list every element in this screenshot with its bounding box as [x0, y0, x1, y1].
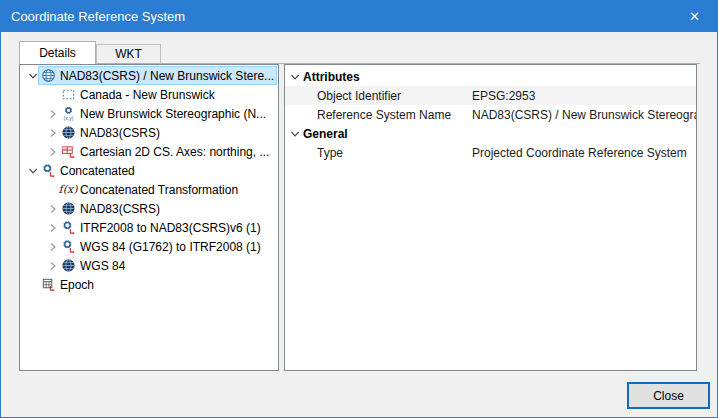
fx-icon: f(x)	[60, 182, 76, 198]
tree-row[interactable]: WGS 84	[20, 256, 278, 275]
svg-text:(x,y): (x,y)	[63, 115, 73, 121]
globe-light-icon	[40, 68, 56, 84]
title-bar: Coordinate Reference System ✕	[1, 1, 717, 32]
crs-tree: NAD83(CSRS) / New Brunswick Stere...Cana…	[19, 64, 279, 371]
property-name: Object Identifier	[317, 89, 472, 103]
property-group-label: Attributes	[303, 70, 360, 84]
close-button[interactable]: Close	[627, 382, 710, 409]
chevron-right-icon[interactable]	[45, 221, 60, 235]
globe-dark-icon	[60, 258, 76, 274]
transform-icon	[40, 163, 56, 179]
property-value: EPSG:2953	[472, 89, 535, 103]
transform-icon	[60, 239, 76, 255]
tree-item-label: Cartesian 2D CS. Axes: northing, ...	[80, 145, 269, 159]
tree-row[interactable]: Epoch	[20, 275, 278, 294]
operation-xy-icon: (x,y)	[60, 106, 76, 122]
chevron-right-icon[interactable]	[45, 259, 60, 273]
chevron-right-icon[interactable]	[45, 240, 60, 254]
chevron-down-icon[interactable]	[287, 70, 302, 84]
property-group-header[interactable]: Attributes	[285, 67, 696, 86]
tab-wkt[interactable]: WKT	[96, 44, 161, 63]
tab-details-label: Details	[39, 46, 76, 60]
tree-row[interactable]: NAD83(CSRS)	[20, 123, 278, 142]
property-row[interactable]: TypeProjected Coordinate Reference Syste…	[285, 143, 696, 162]
tree-row[interactable]: f(x)Concatenated Transformation	[20, 180, 278, 199]
tree-row[interactable]: Cartesian 2D CS. Axes: northing, ...	[20, 142, 278, 161]
chevron-spacer	[45, 88, 60, 102]
chevron-spacer	[25, 278, 40, 292]
tree-item-label: NAD83(CSRS)	[80, 126, 160, 140]
property-value: NAD83(CSRS) / New Brunswick Stereogra...	[472, 108, 696, 122]
chevron-right-icon[interactable]	[45, 126, 60, 140]
chevron-right-icon[interactable]	[45, 145, 60, 159]
tree-row[interactable]: NAD83(CSRS) / New Brunswick Stere...	[20, 66, 278, 85]
property-group-label: General	[303, 127, 348, 141]
tree-item-label: NAD83(CSRS)	[80, 202, 160, 216]
crs-dialog: Coordinate Reference System ✕ Details WK…	[0, 0, 718, 418]
chevron-right-icon[interactable]	[45, 107, 60, 121]
chevron-down-icon[interactable]	[25, 164, 40, 178]
tree-item-label: Concatenated Transformation	[80, 183, 238, 197]
tree-row[interactable]: ITRF2008 to NAD83(CSRS)v6 (1)	[20, 218, 278, 237]
tree-item-label: Canada - New Brunswick	[80, 88, 215, 102]
cartesian-icon	[60, 144, 76, 160]
extent-icon	[60, 87, 76, 103]
property-row[interactable]: Object IdentifierEPSG:2953	[285, 86, 696, 105]
tree-item-label: Epoch	[60, 278, 94, 292]
tree-row[interactable]: Canada - New Brunswick	[20, 85, 278, 104]
tree-item-label: ITRF2008 to NAD83(CSRS)v6 (1)	[80, 221, 261, 235]
tree-row[interactable]: (x,y)New Brunswick Stereographic (N...	[20, 104, 278, 123]
transform-icon	[60, 220, 76, 236]
tree-row[interactable]: WGS 84 (G1762) to ITRF2008 (1)	[20, 237, 278, 256]
property-name: Type	[317, 146, 472, 160]
window-close-icon[interactable]: ✕	[672, 1, 717, 32]
tab-details[interactable]: Details	[19, 41, 96, 64]
crs-properties: AttributesObject IdentifierEPSG:2953Refe…	[284, 64, 697, 371]
close-button-label: Close	[653, 389, 684, 403]
tree-item-label: Concatenated	[60, 164, 135, 178]
tree-item-label: WGS 84 (G1762) to ITRF2008 (1)	[80, 240, 261, 254]
property-row[interactable]: Reference System NameNAD83(CSRS) / New B…	[285, 105, 696, 124]
tab-wkt-label: WKT	[115, 47, 142, 61]
tab-baseline	[19, 63, 700, 64]
tree-item-label: NAD83(CSRS) / New Brunswick Stere...	[60, 69, 274, 83]
globe-dark-icon	[60, 125, 76, 141]
tree-row[interactable]: NAD83(CSRS)	[20, 199, 278, 218]
epoch-icon	[40, 277, 56, 293]
window-title: Coordinate Reference System	[11, 9, 185, 24]
chevron-right-icon[interactable]	[45, 202, 60, 216]
chevron-down-icon[interactable]	[287, 127, 302, 141]
globe-dark-icon	[60, 201, 76, 217]
crs-properties-inner: AttributesObject IdentifierEPSG:2953Refe…	[285, 65, 696, 162]
property-name: Reference System Name	[317, 108, 472, 122]
tree-item-label: New Brunswick Stereographic (N...	[80, 107, 266, 121]
property-value: Projected Coordinate Reference System	[472, 146, 687, 160]
fx-icon-glyph: f(x)	[59, 183, 78, 196]
tree-row[interactable]: Concatenated	[20, 161, 278, 180]
tree-item-label: WGS 84	[80, 259, 125, 273]
property-group-header[interactable]: General	[285, 124, 696, 143]
chevron-down-icon[interactable]	[25, 69, 40, 83]
